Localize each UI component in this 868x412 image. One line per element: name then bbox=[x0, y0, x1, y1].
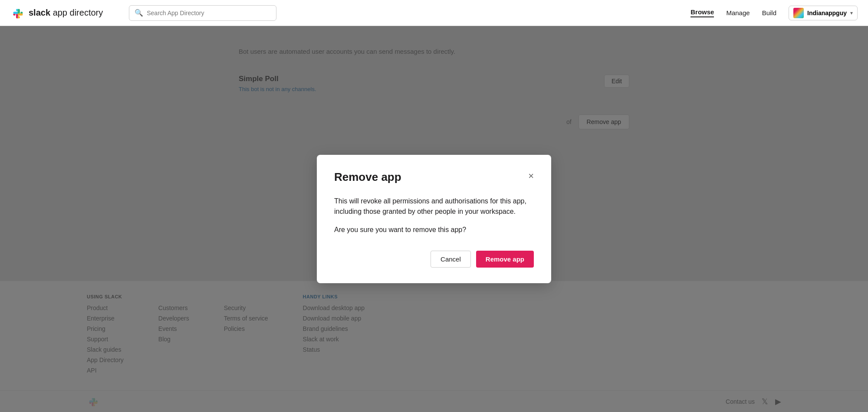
slack-logo-icon bbox=[10, 6, 24, 20]
modal-body-line1: This will revoke all permissions and aut… bbox=[334, 196, 534, 217]
nav-browse[interactable]: Browse bbox=[690, 8, 714, 17]
logo-area: slack app directory bbox=[10, 6, 103, 20]
search-icon: 🔍 bbox=[135, 9, 143, 17]
user-name: Indianappguy bbox=[807, 10, 847, 16]
modal-header: Remove app × bbox=[334, 170, 534, 184]
nav-manage[interactable]: Manage bbox=[726, 9, 750, 16]
modal-footer: Cancel Remove app bbox=[334, 251, 534, 268]
chevron-down-icon: ▾ bbox=[850, 10, 853, 16]
remove-app-modal: Remove app × This will revoke all permis… bbox=[317, 155, 551, 283]
search-bar[interactable]: 🔍 bbox=[129, 5, 276, 21]
user-avatar-icon bbox=[793, 8, 804, 18]
remove-app-confirm-button[interactable]: Remove app bbox=[476, 251, 534, 268]
main-content: Bot users are automated user accounts yo… bbox=[0, 26, 868, 412]
main-nav: Browse Manage Build Indianappguy ▾ bbox=[690, 6, 858, 20]
nav-build[interactable]: Build bbox=[762, 9, 776, 16]
search-input[interactable] bbox=[147, 10, 271, 16]
app-directory-label: app directory bbox=[53, 8, 103, 17]
logo-text: slack app directory bbox=[29, 8, 103, 18]
user-menu[interactable]: Indianappguy ▾ bbox=[789, 6, 858, 20]
header: slack app directory 🔍 Browse Manage Buil… bbox=[0, 0, 868, 26]
modal-body-line2: Are you sure you want to remove this app… bbox=[334, 225, 534, 235]
cancel-button[interactable]: Cancel bbox=[431, 251, 471, 268]
modal-title: Remove app bbox=[334, 170, 401, 184]
modal-body: This will revoke all permissions and aut… bbox=[334, 196, 534, 235]
modal-close-button[interactable]: × bbox=[528, 171, 534, 181]
